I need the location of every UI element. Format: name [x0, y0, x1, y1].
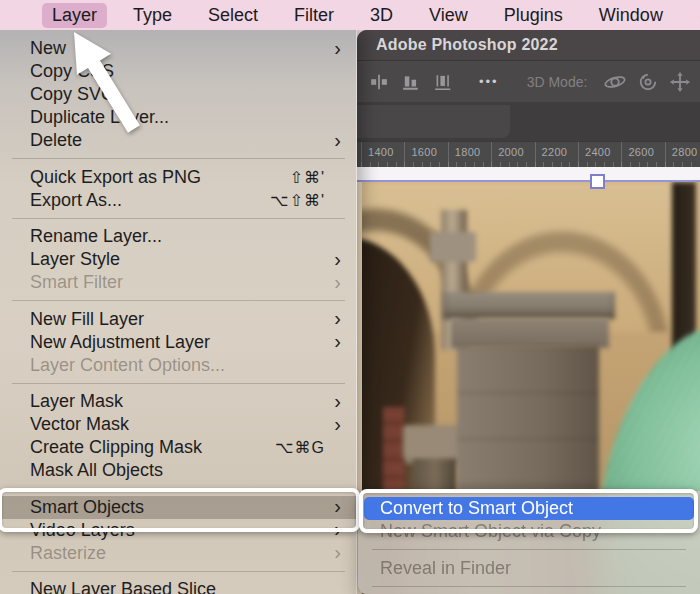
- menu-item-video-layers[interactable]: Video Layers›: [0, 519, 357, 542]
- menu-item-new-smart-object-via-copy: New Smart Object via Copy: [358, 520, 700, 543]
- menu-separator: [12, 383, 345, 384]
- menu-item-layer-mask[interactable]: Layer Mask›: [0, 390, 357, 413]
- align-bottom-edges-icon[interactable]: [401, 71, 421, 93]
- menubar-item-type[interactable]: Type: [123, 3, 182, 28]
- pan-3d-icon[interactable]: [669, 71, 691, 93]
- chevron-right-icon: ›: [327, 414, 341, 434]
- menu-item-label: Export As...: [30, 190, 270, 211]
- menubar-item-window[interactable]: Window: [589, 3, 673, 28]
- ruler-tick-label: 2000: [498, 146, 524, 158]
- menu-item-copy-css[interactable]: Copy CSS: [0, 60, 357, 83]
- menu-item-label: New Smart Object via Copy: [380, 521, 601, 542]
- menu-separator: [12, 158, 345, 159]
- menu-item-new-layer-based-slice[interactable]: New Layer Based Slice: [0, 578, 357, 594]
- ruler-tick-label: 1800: [455, 146, 481, 158]
- menu-item-label: Layer Style: [30, 249, 327, 270]
- document-tab-bar: [357, 102, 700, 141]
- ruler-tick-label: 2400: [585, 146, 611, 158]
- menu-item-label: Smart Objects: [30, 497, 327, 518]
- document-tab[interactable]: [357, 105, 510, 138]
- distribute-horizontal-icon[interactable]: [369, 71, 389, 93]
- menu-item-label: Quick Export as PNG: [30, 167, 290, 188]
- menu-item-label: Video Layers: [30, 520, 327, 541]
- menu-item-new-fill-layer[interactable]: New Fill Layer›: [0, 308, 357, 331]
- menu-item-label: Delete: [30, 130, 327, 151]
- horizontal-ruler: 14001600180020002200240026002800: [357, 141, 700, 169]
- menu-item-label: Layer Content Options...: [30, 355, 327, 376]
- menu-item-quick-export-as-png[interactable]: Quick Export as PNG⇧⌘': [0, 166, 357, 189]
- menu-item-layer-style[interactable]: Layer Style›: [0, 248, 357, 271]
- menu-item-rename-layer[interactable]: Rename Layer...: [0, 225, 357, 248]
- photo-pier-cornice: [451, 318, 609, 348]
- menu-item-smart-objects[interactable]: Smart Objects›: [0, 496, 357, 519]
- chevron-right-icon: ›: [327, 496, 341, 516]
- menu-item-label: New Adjustment Layer: [30, 332, 327, 353]
- chevron-right-icon: ›: [327, 542, 341, 562]
- transform-handle[interactable]: [590, 174, 605, 189]
- menu-item-export-as[interactable]: Export As...⌥⇧⌘': [0, 189, 357, 212]
- menu-item-label: New Fill Layer: [30, 309, 327, 330]
- menu-item-copy-svg[interactable]: Copy SVG: [0, 83, 357, 106]
- orbit-3d-icon[interactable]: [603, 71, 627, 93]
- menubar-item-layer[interactable]: Layer: [42, 3, 107, 28]
- ruler-tick-label: 2600: [628, 146, 654, 158]
- menu-item-duplicate-layer[interactable]: Duplicate Layer...: [0, 106, 357, 129]
- menubar-item-select[interactable]: Select: [198, 3, 268, 28]
- menu-item-new-adjustment-layer[interactable]: New Adjustment Layer›: [0, 331, 357, 354]
- menu-item-delete[interactable]: Delete›: [0, 129, 357, 152]
- menu-item-reveal-in-finder: Reveal in Finder: [358, 557, 700, 580]
- menu-separator: [12, 300, 345, 301]
- layer-menu-panel: New›Copy CSSCopy SVGDuplicate Layer...De…: [0, 30, 357, 594]
- menubar-item-3d[interactable]: 3D: [360, 3, 403, 28]
- menu-item-label: Copy SVG: [30, 84, 327, 105]
- chevron-right-icon: ›: [327, 331, 341, 351]
- menu-item-smart-filter: Smart Filter›: [0, 271, 357, 294]
- menu-item-label: Duplicate Layer...: [30, 107, 327, 128]
- menu-item-create-clipping-mask[interactable]: Create Clipping Mask⌥⌘G: [0, 436, 357, 459]
- menu-item-label: Create Clipping Mask: [30, 437, 275, 458]
- menu-item-shortcut: ⌥⌘G: [275, 438, 325, 457]
- chevron-right-icon: ›: [327, 272, 341, 292]
- menu-separator: [12, 488, 345, 489]
- menu-item-shortcut: ⌥⇧⌘': [270, 191, 325, 210]
- menubar-item-view[interactable]: View: [419, 3, 478, 28]
- chevron-right-icon: ›: [327, 38, 341, 58]
- 3d-mode-label: 3D Mode:: [527, 74, 588, 90]
- ruler-tick-label: 2800: [672, 146, 698, 158]
- window-title: Adobe Photoshop 2022: [376, 36, 558, 54]
- menu-separator: [372, 586, 686, 587]
- chevron-right-icon: ›: [327, 519, 341, 539]
- menu-item-label: New Layer Based Slice: [30, 579, 327, 594]
- roll-3d-icon[interactable]: [637, 71, 659, 93]
- menu-item-label: Convert to Smart Object: [380, 498, 573, 519]
- menu-item-convert-to-smart-object[interactable]: Convert to Smart Object: [364, 497, 694, 520]
- menu-item-label: Reveal in Finder: [380, 558, 511, 579]
- menu-item-label: Mask All Objects: [30, 460, 327, 481]
- menu-item-mask-all-objects[interactable]: Mask All Objects: [0, 459, 357, 482]
- menubar-item-help[interactable]: Help: [689, 3, 700, 28]
- menubar-item-plugins[interactable]: Plugins: [494, 3, 573, 28]
- align-horizontal-centers-icon[interactable]: [433, 71, 453, 93]
- menu-item-label: Layer Mask: [30, 391, 327, 412]
- more-options-icon[interactable]: •••: [479, 74, 499, 89]
- menu-item-label: Copy CSS: [30, 61, 327, 82]
- menu-item-new[interactable]: New›: [0, 37, 357, 60]
- chevron-right-icon: ›: [327, 130, 341, 150]
- menu-item-label: New: [30, 38, 327, 59]
- photo-pier-cornice-top: [443, 292, 615, 319]
- window-titlebar: Adobe Photoshop 2022: [357, 30, 700, 61]
- smart-objects-submenu: Convert to Smart ObjectNew Smart Object …: [358, 491, 700, 594]
- menu-item-label: Vector Mask: [30, 414, 327, 435]
- ruler-tick-label: 1600: [411, 146, 437, 158]
- menu-item-label: Rename Layer...: [30, 226, 327, 247]
- menubar-item-filter[interactable]: Filter: [284, 3, 344, 28]
- options-toolbar: ••• 3D Mode:: [357, 61, 700, 103]
- chevron-right-icon: ›: [327, 391, 341, 411]
- menu-item-vector-mask[interactable]: Vector Mask›: [0, 413, 357, 436]
- ruler-tick-label: 1400: [368, 146, 394, 158]
- menu-item-rasterize: Rasterize›: [0, 542, 357, 565]
- photo-thin-capital: [430, 232, 476, 262]
- chevron-right-icon: ›: [327, 249, 341, 269]
- ruler-tick-label: 2200: [542, 146, 568, 158]
- canvas-background: [357, 167, 700, 180]
